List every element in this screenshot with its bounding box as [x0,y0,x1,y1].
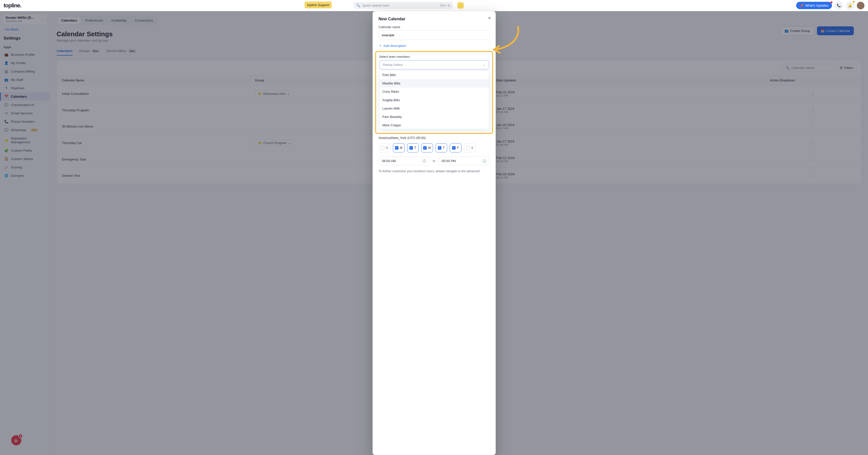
day-toggle-1[interactable]: M [393,143,405,153]
topbar: topline. 🔍 Quick search here Ctrl + K ⚡ … [0,0,868,11]
dropdown-option[interactable]: Maddie Billo [379,79,489,88]
day-label: S [386,146,388,150]
calendar-name-input[interactable] [379,30,490,40]
chevron-down-icon: ⌄ [483,63,486,67]
team-members-label: Select team members [379,55,489,59]
dropdown-option[interactable]: Chris Riklin [379,88,489,96]
checkbox-icon [438,146,441,150]
close-icon[interactable]: ✕ [488,16,491,21]
search-icon: 🔍 [356,4,361,7]
whats-updates-label: What's Updates [805,4,828,7]
modal-overlay[interactable]: New Calendar ✕ Calendar name ＋ Add descr… [0,11,868,455]
timezone-text: America/New_York (UTC-05:00) [379,136,490,140]
day-label: M [400,146,403,150]
day-label: S [471,146,473,150]
days-row: SMTWTFS [379,143,490,153]
checkbox-icon [395,146,399,150]
dropdown-option[interactable]: Poki Billo [379,71,489,79]
add-description-label: Add description [383,44,406,48]
highlighted-section: Select team members Please Select ⌄ Poki… [375,51,493,134]
dropdown-option[interactable]: Pam Beasley [379,112,489,121]
time-to-value: 05:00 PM [442,159,456,163]
day-label: W [428,146,431,150]
bolt-button[interactable]: ⚡ [457,2,464,9]
time-to-input[interactable]: 05:00 PM 🕔 [438,157,490,165]
day-label: T [443,146,445,150]
select-placeholder: Please Select [383,63,403,67]
modal-title: New Calendar [379,17,490,21]
checkbox-icon [409,146,413,150]
day-toggle-5[interactable]: F [450,143,461,153]
phone-icon: 📞 [837,4,841,7]
new-calendar-modal: New Calendar ✕ Calendar name ＋ Add descr… [373,11,496,455]
add-description-link[interactable]: ＋ Add description [379,43,490,48]
support-tooltip: topline Support [305,2,332,8]
checkbox-icon [466,146,469,150]
search-placeholder: Quick search here [363,4,389,7]
checkbox-icon [452,146,456,150]
avatar[interactable] [857,2,864,9]
calendar-name-label: Calendar name [379,25,490,29]
checkbox-icon [423,146,427,150]
search-shortcut: Ctrl + K [440,4,450,7]
dropdown-option[interactable]: Lauren Wilk [379,104,489,112]
plus-icon: ＋ [379,43,382,48]
bell-button[interactable]: 🔔 [846,1,854,10]
brand-logo: topline. [4,2,21,9]
day-label: T [414,146,416,150]
notification-dot-icon [831,1,833,3]
time-from-value: 08:00 AM [382,159,396,163]
day-toggle-2[interactable]: T [407,143,419,153]
bell-dot-icon [853,1,855,3]
megaphone-icon: 📣 [800,4,804,7]
dropdown-option[interactable]: Angela Billo [379,96,489,104]
global-search[interactable]: 🔍 Quick search here Ctrl + K [354,2,453,9]
day-toggle-0[interactable]: S [379,143,390,153]
time-to-label: to [433,159,435,163]
whats-updates-button[interactable]: 📣 What's Updates [796,2,832,9]
day-toggle-3[interactable]: W [421,143,433,153]
day-label: F [457,146,459,150]
modal-hint: To further customize your business hours… [379,169,490,173]
dropdown-option[interactable]: Mark Colgan [379,121,489,129]
phone-button[interactable]: 📞 [835,1,843,10]
day-toggle-4[interactable]: T [436,143,447,153]
time-from-input[interactable]: 08:00 AM 🕘 [379,157,430,165]
day-toggle-6[interactable]: S [464,143,476,153]
bell-icon: 🔔 [848,4,852,7]
team-members-dropdown: Poki BilloMaddie BilloChris RiklinAngela… [379,70,489,129]
team-members-select[interactable]: Please Select ⌄ [379,60,489,69]
clock-icon: 🕘 [422,159,426,163]
clock-icon: 🕔 [482,159,486,163]
checkbox-icon [381,146,384,150]
annotation-arrow-icon [488,24,526,55]
